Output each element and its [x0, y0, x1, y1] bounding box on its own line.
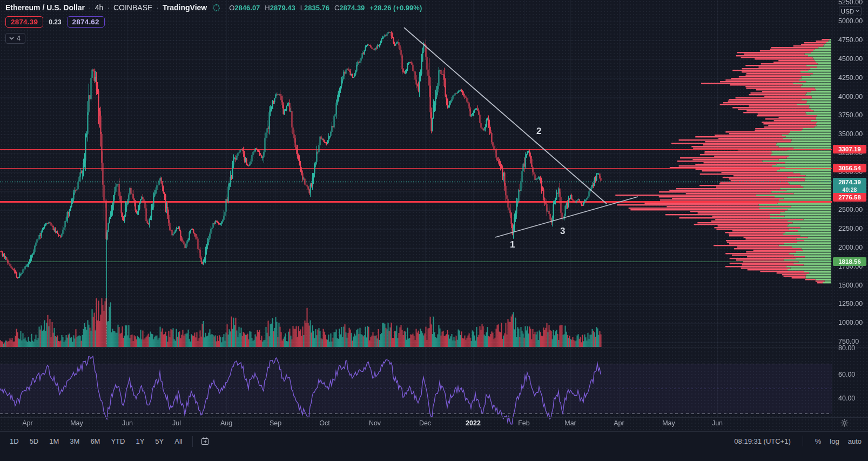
provider-label: TradingView	[163, 3, 207, 12]
range-button-1m[interactable]: 1M	[45, 436, 63, 447]
price-tick: 2250.00	[838, 225, 863, 232]
auto-scale-button[interactable]: auto	[848, 437, 862, 445]
month-label: Mar	[564, 419, 576, 427]
spread-value: 0.23	[49, 18, 61, 26]
low-value: 2835.76	[304, 4, 329, 12]
range-button-5d[interactable]: 5D	[25, 436, 43, 447]
month-label: Jul	[172, 419, 181, 427]
range-button-5y[interactable]: 5Y	[151, 436, 168, 447]
currency-selector[interactable]: USD	[839, 6, 862, 16]
chevron-down-icon	[9, 37, 14, 40]
high-value: 2879.43	[270, 4, 295, 12]
symbol-title[interactable]: Ethereum / U.S. Dollar	[5, 3, 85, 12]
price-badge: 1818.56	[833, 257, 866, 266]
range-button-1y[interactable]: 1Y	[131, 436, 149, 447]
buy-price-button[interactable]: 2874.62	[67, 16, 105, 28]
price-axis[interactable]: USD 5250.005000.004750.004500.004250.004…	[832, 0, 868, 417]
price-tick: 1000.00	[838, 319, 863, 326]
clock[interactable]: 08:19:31 (UTC+1)	[734, 437, 790, 445]
time-axis[interactable]: AprMayJunJulAugSepOctNovDec2022FebMarApr…	[0, 417, 868, 431]
exchange-label: COINBASE	[113, 3, 152, 12]
month-label: Nov	[369, 419, 381, 427]
toolbar-right: 08:19:31 (UTC+1) % log auto	[734, 436, 862, 446]
toolbar-divider	[192, 436, 193, 447]
rsi-tick: 40.00	[838, 395, 855, 402]
rsi-tick: 60.00	[838, 371, 855, 378]
price-tick: 1250.00	[838, 300, 863, 308]
percent-scale-button[interactable]: %	[815, 437, 822, 445]
price-tick: 5250.00	[838, 0, 863, 6]
currency-label: USD	[841, 8, 854, 15]
range-button-all[interactable]: All	[170, 436, 186, 447]
month-label: Feb	[518, 419, 530, 427]
axis-settings-icon[interactable]	[840, 419, 849, 429]
month-label: Oct	[319, 419, 329, 427]
price-tick: 4000.00	[838, 93, 863, 101]
price-tick: 4500.00	[838, 55, 863, 63]
chart-canvas[interactable]	[0, 0, 868, 431]
log-scale-button[interactable]: log	[830, 437, 839, 445]
price-tick: 3500.00	[838, 130, 863, 138]
range-buttons: 1D5D1M3M6MYTD1Y5YAll	[5, 436, 212, 447]
range-button-1d[interactable]: 1D	[5, 436, 23, 447]
pattern-point-3: 3	[560, 226, 565, 237]
pattern-point-2: 2	[536, 126, 541, 137]
separator-dot: ·	[107, 3, 110, 12]
chart-legend: Ethereum / U.S. Dollar · 4h · COINBASE ·…	[5, 3, 422, 44]
month-label: Apr	[614, 419, 624, 427]
price-tick: 3750.00	[838, 111, 863, 119]
chevron-down-icon	[856, 10, 859, 12]
go-to-date-button[interactable]	[198, 437, 212, 446]
month-label: Apr	[22, 419, 32, 427]
range-button-6m[interactable]: 6M	[86, 436, 104, 447]
month-label: Jun	[122, 419, 133, 427]
ohlc-values: O2846.07 H2879.43 L2835.76 C2874.39 +28.…	[229, 4, 422, 12]
price-badge: 3056.54	[833, 164, 866, 172]
separator-dot: ·	[156, 3, 159, 12]
price-badge: 2874.3940:28	[833, 178, 866, 194]
month-label: Sep	[270, 419, 281, 427]
price-tick: 2500.00	[838, 206, 863, 213]
price-tick: 2000.00	[838, 244, 863, 251]
pattern-point-1: 1	[510, 239, 515, 250]
close-value: 2874.39	[339, 4, 365, 12]
indicators-collapse-button[interactable]: 4	[5, 33, 25, 44]
tradingview-app: Ethereum / U.S. Dollar · 4h · COINBASE ·…	[0, 0, 868, 461]
range-button-ytd[interactable]: YTD	[106, 436, 129, 447]
month-label: May	[662, 419, 675, 427]
month-label: May	[70, 419, 83, 427]
month-label: 2022	[466, 419, 481, 427]
rsi-tick: 80.00	[838, 344, 855, 352]
price-badge: 3307.19	[833, 145, 866, 153]
price-tick: 1500.00	[838, 282, 863, 289]
chart-area[interactable]: Ethereum / U.S. Dollar · 4h · COINBASE ·…	[0, 0, 868, 431]
price-tick: 4750.00	[838, 36, 863, 44]
price-tick: 5000.00	[838, 17, 863, 25]
interval-label[interactable]: 4h	[95, 3, 104, 12]
collapsed-count: 4	[17, 35, 21, 42]
change-value: +28.26 (+0.99%)	[369, 4, 422, 12]
price-badge: 2776.58	[833, 193, 866, 202]
separator-dot: ·	[89, 3, 91, 12]
bottom-toolbar: 1D5D1M3M6MYTD1Y5YAll 08:19:31 (UTC+1) % …	[0, 431, 868, 461]
range-button-3m[interactable]: 3M	[65, 436, 84, 447]
toolbar-divider	[803, 436, 803, 446]
sell-price-button[interactable]: 2874.39	[5, 16, 43, 28]
price-tick: 4250.00	[838, 74, 863, 82]
month-label: Aug	[220, 419, 232, 427]
data-source-icon	[213, 4, 220, 11]
open-value: 2846.07	[234, 4, 260, 12]
month-label: Dec	[419, 419, 431, 427]
month-label: Jun	[712, 419, 723, 427]
